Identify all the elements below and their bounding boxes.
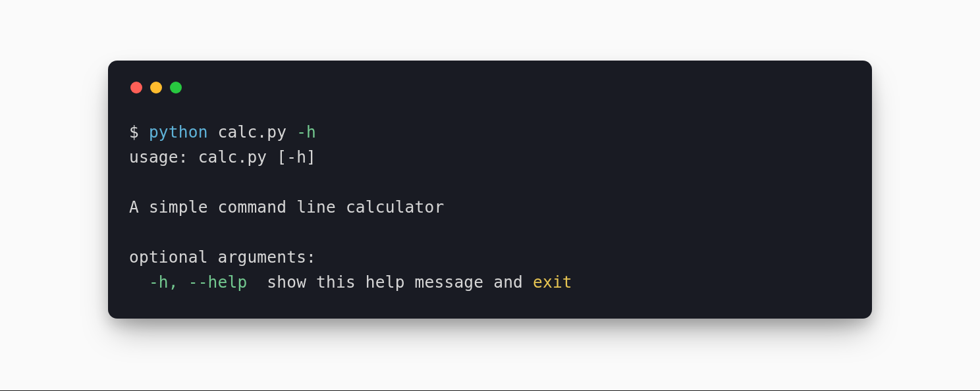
minimize-icon[interactable] [150,82,162,93]
command-flag: -h [296,122,316,142]
terminal-window: $ python calc.py -h usage: calc.py [-h] … [108,61,872,319]
output-help-exit: exit [533,273,572,292]
terminal-content[interactable]: $ python calc.py -h usage: calc.py [-h] … [129,120,851,295]
close-icon[interactable] [130,82,142,93]
command-script: calc.py [208,122,297,142]
output-help-flags: -h, --help [149,273,248,292]
output-help-text: show this help message and [267,273,533,292]
output-help-indent [129,273,149,292]
output-help-spacing [247,273,267,292]
traffic-lights [130,82,851,93]
shell-prompt: $ [129,122,149,142]
output-optional-header: optional arguments: [129,248,316,267]
output-description: A simple command line calculator [129,197,444,217]
command-interpreter: python [149,122,208,142]
maximize-icon[interactable] [170,82,182,93]
output-usage: usage: calc.py [-h] [129,147,316,167]
